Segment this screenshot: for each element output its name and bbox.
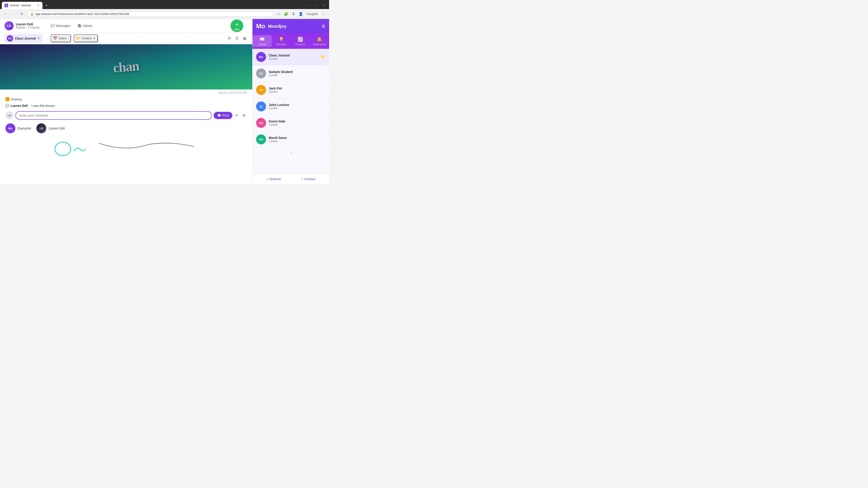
library-icon: 📚 (78, 24, 81, 28)
add-button[interactable]: + Add (230, 20, 243, 32)
sidebar-footer: + Students + Families (252, 173, 329, 184)
add-plus-symbol: + (235, 21, 239, 28)
journal-item-john[interactable]: JL John Louises 2 posts (252, 98, 329, 115)
maximize-button[interactable]: □ (312, 2, 318, 8)
menu-button[interactable]: ⋮ (320, 11, 327, 17)
folders-button[interactable]: 📁 Folders ▼ (74, 34, 98, 42)
tab-title: Journal - Seesaw (10, 4, 35, 7)
journal-item-karen[interactable]: KD Karen Dale 2 posts (252, 115, 329, 131)
content-area: chan March 4, 2024 6:34 PM Drawing 💬 Lau… (0, 44, 252, 184)
sidebar-nav-activities[interactable]: 💡 Activities (272, 35, 291, 47)
downloads-button[interactable]: ⬇ (291, 11, 296, 17)
address-bar[interactable]: 🔒 app.seesaw.me/#/class/class.e01bf4c2-9… (26, 11, 274, 17)
class-journal-icon: Mo (7, 35, 13, 41)
comment-input-wrapper[interactable] (16, 111, 212, 120)
jack-avatar: JP (256, 85, 266, 95)
post-tag: Drawing (0, 96, 252, 102)
security-icon: 🔒 (30, 12, 34, 15)
edit-button[interactable]: ✏ (234, 112, 239, 119)
library-label: Library (83, 24, 92, 28)
avatar-initials: LD (7, 24, 11, 28)
bookmark-button[interactable]: ☆ (276, 11, 282, 17)
app-container: LD Lauren Deli Teacher - 2 Classes 💬 Mes… (0, 19, 329, 184)
journal-item-sample[interactable]: SS Sample Student 3 posts (252, 65, 329, 82)
commenter-avatar: LD (5, 111, 13, 120)
profile-button[interactable]: 👤 (297, 11, 305, 17)
svg-point-0 (55, 142, 71, 156)
journal-nav-icon: 📖 (259, 37, 265, 42)
browser-window: S Journal - Seesaw ✕ + ─ □ ✕ ← → ↻ 🔒 app… (0, 0, 329, 19)
library-nav[interactable]: 📚 Library (76, 22, 93, 29)
karen-name: Karen Dale (269, 120, 326, 123)
scroll-indicator: ⌄ (252, 148, 329, 156)
messages-icon: 💬 (51, 24, 55, 28)
students-action[interactable]: + Students (266, 177, 281, 181)
filter-button[interactable]: ⚙ (226, 35, 232, 41)
post-button-label: Post (222, 113, 229, 117)
dates-arrow-icon: › (68, 37, 69, 40)
class-icon-text: Mo (8, 37, 12, 40)
lauren-initials: LD (40, 127, 43, 130)
journal-toolbar: Mo Class Journal ▼ | 📅 Dates › 📁 Folders… (0, 33, 252, 44)
active-tab[interactable]: S Journal - Seesaw ✕ (2, 2, 42, 9)
journal-item-class[interactable]: Mo Class Journal 3 posts 📁 (252, 49, 329, 65)
audience-area: Mo Everyone LD Lauren Deli (0, 122, 252, 135)
window-controls: ─ □ ✕ (303, 2, 327, 8)
close-window-button[interactable]: ✕ (321, 2, 327, 8)
journal-nav-label: Journal (258, 43, 266, 46)
tab-close-button[interactable]: ✕ (37, 4, 40, 7)
john-initials: JL (259, 105, 263, 108)
new-tab-button[interactable]: + (43, 2, 50, 9)
tag-label: Drawing (11, 98, 22, 101)
messages-label: Messages (56, 24, 70, 28)
families-action[interactable]: + Families (301, 177, 315, 181)
back-button[interactable]: ← (3, 11, 9, 17)
reload-button[interactable]: ↻ (19, 11, 25, 17)
everyone-initials: Mo (8, 127, 13, 130)
john-name: John Louises (269, 103, 326, 107)
students-plus-icon: + (266, 177, 268, 181)
comment-input[interactable] (20, 113, 208, 117)
everyone-avatar: Mo (5, 123, 16, 133)
main-content: LD Lauren Deli Teacher - 2 Classes 💬 Mes… (0, 19, 252, 184)
comment-text: I saw this lesson. (31, 104, 56, 107)
mordi-avatar: MS (256, 134, 266, 144)
app-header: LD Lauren Deli Teacher - 2 Classes 💬 Mes… (0, 19, 252, 33)
calendar-icon: 📅 (53, 36, 57, 40)
dates-label: Dates (59, 37, 66, 40)
sample-initials: SS (259, 72, 263, 75)
journal-item-mordi[interactable]: MS Mordi Seem 2 posts (252, 131, 329, 148)
activities-nav-icon: 💡 (278, 37, 284, 42)
sidebar-nav-progress[interactable]: 📈 Progress (291, 35, 310, 47)
extensions-button[interactable]: 🧩 (283, 11, 290, 17)
drawing-canvas (5, 139, 247, 157)
post-icon: 💬 (217, 113, 221, 117)
close-comment-button[interactable]: ✕ (241, 112, 247, 119)
families-plus-icon: + (301, 177, 303, 181)
sidebar-user: Mo Moodjoy (256, 23, 287, 30)
audience-everyone[interactable]: Mo Everyone (5, 123, 31, 133)
sidebar-nav-journal[interactable]: 📖 Journal (252, 35, 272, 47)
progress-nav-label: Progress (296, 43, 305, 46)
comment-bubble-icon: 💬 (5, 104, 9, 107)
folder-item-icon: 📁 (320, 55, 326, 59)
dates-button[interactable]: 📅 Dates › (51, 34, 71, 42)
messages-nav[interactable]: 💬 Messages (50, 22, 71, 29)
lauren-label: Lauren Deli (49, 127, 65, 130)
forward-button[interactable]: → (11, 11, 17, 17)
class-journal-selector[interactable]: Mo Class Journal ▼ (4, 34, 42, 43)
comment-author: Lauren Deli (11, 104, 28, 107)
folders-label: Folders (82, 37, 92, 40)
journal-item-jack[interactable]: JP Jack Pot 2 posts (252, 82, 329, 98)
browser-navbar: ← → ↻ 🔒 app.seesaw.me/#/class/class.e01b… (0, 9, 329, 19)
sidebar-nav-notifications[interactable]: 🔔 Notifications (310, 35, 329, 47)
john-avatar: JL (256, 101, 266, 111)
list-view-button[interactable]: ☰ (234, 35, 240, 41)
everyone-label: Everyone (18, 127, 31, 130)
settings-icon[interactable]: ⚙ (321, 24, 326, 29)
post-button[interactable]: 💬 Post (214, 112, 232, 119)
minimize-button[interactable]: ─ (303, 2, 309, 8)
grid-view-button[interactable]: ▦ (242, 35, 248, 41)
user-avatar: LD (4, 21, 13, 30)
audience-lauren[interactable]: LD Lauren Deli (36, 123, 65, 133)
